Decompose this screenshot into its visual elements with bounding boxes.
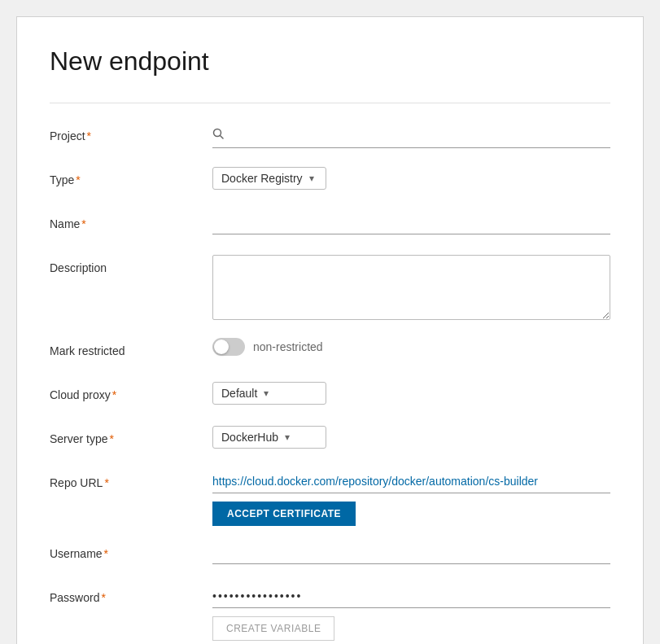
svg-line-1: [221, 136, 224, 139]
username-label: Username*: [50, 541, 212, 560]
project-control: AWS_PGProj: [212, 123, 610, 148]
toggle-label: non-restricted: [253, 340, 323, 353]
chevron-down-icon: ▾: [309, 173, 314, 184]
mark-restricted-label: Mark restricted: [50, 338, 212, 357]
accept-certificate-button[interactable]: ACCEPT CERTIFICATE: [212, 502, 356, 526]
type-control: Docker Registry ▾: [212, 167, 610, 190]
project-input-wrapper: AWS_PGProj: [212, 123, 610, 148]
repo-url-label: Repo URL*: [50, 470, 212, 489]
chevron-down-icon: ▾: [264, 388, 269, 399]
server-type-control: DockerHub ▾: [212, 426, 610, 449]
cloud-proxy-control: Default ▾: [212, 382, 610, 405]
type-row: Type* Docker Registry ▾: [50, 167, 610, 196]
name-control: dockerhub-endpoint: [212, 211, 610, 234]
restricted-toggle[interactable]: [212, 338, 245, 356]
create-variable-button: CREATE VARIABLE: [212, 616, 334, 641]
toggle-knob: [214, 340, 229, 354]
description-textarea[interactable]: [212, 255, 610, 320]
server-type-row: Server type* DockerHub ▾: [50, 426, 610, 455]
cloud-proxy-label: Cloud proxy*: [50, 382, 212, 401]
project-row: Project* AWS_PGProj: [50, 123, 610, 152]
password-label: Password*: [50, 585, 212, 604]
description-label: Description: [50, 255, 212, 274]
server-type-select[interactable]: DockerHub ▾: [212, 426, 326, 449]
name-label: Name*: [50, 211, 212, 230]
username-row: Username* automationuser: [50, 541, 610, 570]
mark-restricted-control: non-restricted: [212, 338, 610, 356]
mark-restricted-row: Mark restricted non-restricted: [50, 338, 610, 367]
password-row: Password* •••••••••••••••• CREATE VARIAB…: [50, 585, 610, 641]
page-title: New endpoint: [50, 46, 610, 77]
project-input[interactable]: AWS_PGProj: [230, 129, 610, 142]
search-icon: [212, 128, 224, 142]
divider: [50, 103, 610, 103]
name-input[interactable]: dockerhub-endpoint: [212, 211, 610, 234]
new-endpoint-dialog: New endpoint Project* AWS_PGProj Type*: [16, 16, 644, 644]
type-label: Type*: [50, 167, 212, 186]
project-label: Project*: [50, 123, 212, 142]
name-row: Name* dockerhub-endpoint: [50, 211, 610, 240]
username-control: automationuser: [212, 541, 610, 564]
cloud-proxy-select[interactable]: Default ▾: [212, 382, 326, 405]
cloud-proxy-row: Cloud proxy* Default ▾: [50, 382, 610, 411]
username-input[interactable]: automationuser: [212, 541, 610, 564]
repo-url-value: https://cloud.docker.com/repository/dock…: [212, 470, 610, 493]
type-select[interactable]: Docker Registry ▾: [212, 167, 326, 190]
server-type-label: Server type*: [50, 426, 212, 445]
description-row: Description: [50, 255, 610, 323]
toggle-row: non-restricted: [212, 338, 610, 356]
description-control: [212, 255, 610, 323]
password-dots: ••••••••••••••••: [212, 585, 610, 608]
repo-url-row: Repo URL* https://cloud.docker.com/repos…: [50, 470, 610, 526]
password-control: •••••••••••••••• CREATE VARIABLE: [212, 585, 610, 641]
chevron-down-icon: ▾: [285, 432, 290, 443]
repo-url-control: https://cloud.docker.com/repository/dock…: [212, 470, 610, 526]
